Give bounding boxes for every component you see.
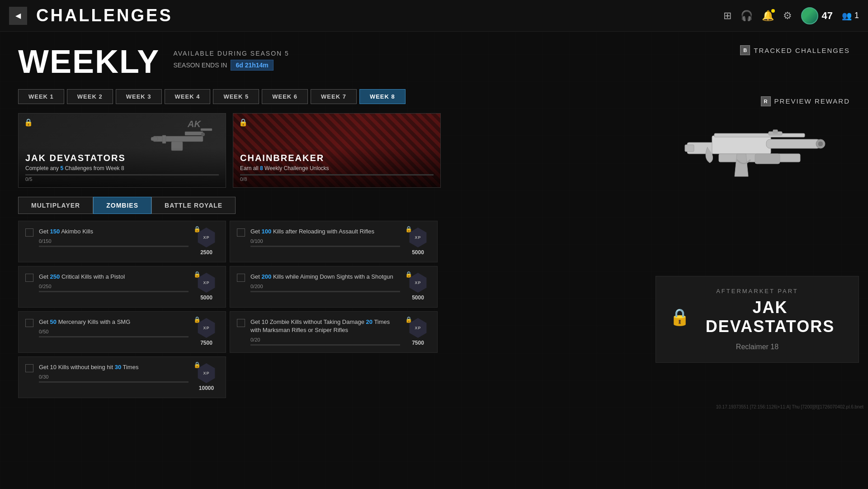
challenge-checkbox-2[interactable] bbox=[237, 228, 245, 237]
week-tab-3[interactable]: WEEK 3 bbox=[116, 89, 162, 104]
jak-progress-text: 0/5 bbox=[25, 176, 219, 182]
xp-amount-4: 5000 bbox=[412, 294, 424, 301]
svg-rect-0 bbox=[153, 136, 203, 142]
reward-info-panel: AFTERMARKET PART 🔒 JAK DEVASTATORS Recla… bbox=[656, 276, 859, 363]
xp-amount-2: 5000 bbox=[412, 249, 424, 256]
nav-right: ⊞ 🎧 🔔 ⚙ 47 👥 1 bbox=[723, 7, 859, 24]
challenge-highlight-7: 30 bbox=[115, 364, 121, 370]
chain-card-content: CHAINBREAKER Earn all 8 Weekly Challenge… bbox=[233, 147, 440, 187]
svg-rect-1 bbox=[185, 132, 203, 135]
challenge-info-4: Get 200 Kills while Aiming Down Sights w… bbox=[250, 273, 400, 292]
settings-icon[interactable]: ⚙ bbox=[783, 10, 792, 22]
season-info: AVAILABLE DURING SEASON 5 SEASON ENDS IN… bbox=[173, 45, 289, 71]
challenge-progress-bar-7 bbox=[39, 381, 189, 383]
reward-weapon-sub: Reclaimer 18 bbox=[670, 343, 845, 351]
mode-tab-multiplayer[interactable]: MULTIPLAYER bbox=[18, 197, 93, 214]
challenge-highlight-1: 150 bbox=[50, 228, 60, 235]
available-text: AVAILABLE DURING SEASON 5 bbox=[173, 50, 289, 57]
challenge-item-7: Get 10 Kills without being hit 30 Times … bbox=[18, 356, 226, 398]
jak-reward-card[interactable]: 🔒 AK JAK DEVASTATORS bbox=[18, 113, 226, 188]
challenge-progress-bar-5 bbox=[39, 336, 189, 337]
notification-icon[interactable]: 🔔 bbox=[762, 10, 774, 22]
chain-lock-icon: 🔒 bbox=[239, 118, 248, 127]
xp-amount-7: 10000 bbox=[199, 385, 214, 391]
challenge-text-3: Get 250 Critical Kills with a Pistol bbox=[39, 273, 189, 281]
challenge-info-6: Get 10 Zombie Kills without Taking Damag… bbox=[250, 318, 400, 346]
challenge-progress-bar-1 bbox=[39, 246, 189, 247]
level-badge: 47 bbox=[801, 7, 833, 24]
challenge-checkbox-4[interactable] bbox=[237, 274, 245, 282]
jak-highlight: 5 bbox=[60, 165, 63, 171]
squad-count: 1 bbox=[854, 11, 859, 20]
xp-label-6: XP bbox=[415, 326, 421, 330]
challenge-item-4: Get 200 Kills while Aiming Down Sights w… bbox=[230, 266, 438, 308]
status-bar: 10.17.19373551 [72:156:1126|+11:A] Thu [… bbox=[716, 404, 863, 409]
challenge-item-3: Get 250 Critical Kills with a Pistol 0/2… bbox=[18, 266, 226, 308]
xp-amount-5: 7500 bbox=[200, 340, 212, 346]
week-tab-2[interactable]: WEEK 2 bbox=[67, 89, 113, 104]
week-tab-4[interactable]: WEEK 4 bbox=[165, 89, 211, 104]
avatar bbox=[801, 7, 818, 24]
challenge-text-4: Get 200 Kills while Aiming Down Sights w… bbox=[250, 273, 400, 281]
squad-badge: 👥 1 bbox=[842, 11, 859, 21]
timer-badge: 6d 21h14m bbox=[231, 60, 273, 71]
back-icon: ◀ bbox=[15, 11, 21, 20]
chain-card-desc: Earn all 8 Weekly Challenge Unlocks bbox=[240, 165, 434, 171]
challenge-text-5: Get 50 Mercenary Kills with a SMG bbox=[39, 318, 189, 326]
challenge-text-7: Get 10 Kills without being hit 30 Times bbox=[39, 363, 189, 371]
grid-icon[interactable]: ⊞ bbox=[723, 10, 731, 22]
svg-marker-12 bbox=[735, 154, 748, 176]
svg-point-16 bbox=[818, 141, 823, 147]
jak-card-content: JAK DEVASTATORS Complete any 5 Challenge… bbox=[19, 147, 226, 187]
challenge-checkbox-3[interactable] bbox=[25, 274, 33, 282]
week-tab-6[interactable]: WEEK 6 bbox=[262, 89, 308, 104]
chain-progress-text: 0/8 bbox=[240, 176, 434, 182]
reward-lock-icon: 🔒 bbox=[670, 308, 691, 327]
challenge-item-2: Get 100 Kills after Reloading with Assau… bbox=[230, 221, 438, 262]
challenge-progress-bar-2 bbox=[250, 246, 400, 247]
svg-rect-2 bbox=[201, 128, 212, 131]
week-tab-7[interactable]: WEEK 7 bbox=[311, 89, 357, 104]
week-tab-5[interactable]: WEEK 5 bbox=[213, 89, 259, 104]
weekly-title: WEEKLY bbox=[18, 45, 160, 78]
svg-rect-4 bbox=[162, 135, 166, 143]
challenge-checkbox-7[interactable] bbox=[25, 364, 33, 372]
week-tab-1[interactable]: WEEK 1 bbox=[18, 89, 64, 104]
chain-progress-bar-outer bbox=[240, 174, 434, 176]
challenge-info-3: Get 250 Critical Kills with a Pistol 0/2… bbox=[39, 273, 189, 292]
challenge-item-6: Get 10 Zombie Kills without Taking Damag… bbox=[230, 311, 438, 353]
week-tab-8[interactable]: WEEK 8 bbox=[359, 89, 406, 104]
reward-type-label: AFTERMARKET PART bbox=[670, 288, 845, 294]
challenge-checkbox-1[interactable] bbox=[25, 228, 33, 237]
svg-rect-13 bbox=[714, 133, 805, 137]
xp-amount-6: 7500 bbox=[412, 340, 424, 346]
chain-reward-card[interactable]: 🔒 CHAINBREAKER Earn all 8 Weekly Challen… bbox=[233, 113, 441, 188]
challenge-checkbox-5[interactable] bbox=[25, 319, 33, 327]
challenge-item-5: Get 50 Mercenary Kills with a SMG 0/50 🔒… bbox=[18, 311, 226, 353]
svg-rect-6 bbox=[151, 137, 158, 141]
challenge-info-2: Get 100 Kills after Reloading with Assau… bbox=[250, 228, 400, 247]
xp-label-4: XP bbox=[415, 280, 421, 285]
back-button[interactable]: ◀ bbox=[9, 7, 27, 25]
jak-progress-bar-outer bbox=[25, 174, 219, 176]
challenge-highlight-4: 200 bbox=[262, 273, 272, 280]
challenge-checkbox-6[interactable] bbox=[237, 319, 245, 327]
headset-icon[interactable]: 🎧 bbox=[741, 10, 753, 22]
mode-tab-battle-royale[interactable]: BATTLE ROYALE bbox=[151, 197, 236, 214]
xp-amount-1: 2500 bbox=[200, 249, 212, 256]
week-tabs: WEEK 1 WEEK 2 WEEK 3 WEEK 4 WEEK 5 WEEK … bbox=[18, 89, 406, 104]
challenge-progress-text-6: 0/20 bbox=[250, 337, 400, 342]
level-number: 47 bbox=[822, 10, 833, 22]
svg-rect-14 bbox=[755, 154, 780, 164]
right-panel: AFTERMARKET PART 🔒 JAK DEVASTATORS Recla… bbox=[646, 32, 868, 385]
reward-weapon-name: 🔒 JAK DEVASTATORS bbox=[670, 298, 845, 336]
reward-weapon-name-text: JAK DEVASTATORS bbox=[695, 298, 845, 336]
challenge-info-7: Get 10 Kills without being hit 30 Times … bbox=[39, 363, 189, 383]
mode-tab-zombies[interactable]: ZOMBIES bbox=[93, 197, 151, 214]
challenge-progress-text-5: 0/50 bbox=[39, 329, 189, 334]
weapon-display bbox=[646, 32, 868, 271]
xp-amount-3: 5000 bbox=[200, 294, 212, 301]
challenge-highlight-6: 20 bbox=[366, 318, 373, 325]
top-nav: ◀ CHALLENGES ⊞ 🎧 🔔 ⚙ 47 👥 1 bbox=[0, 0, 868, 32]
page-title: CHALLENGES bbox=[36, 6, 173, 25]
